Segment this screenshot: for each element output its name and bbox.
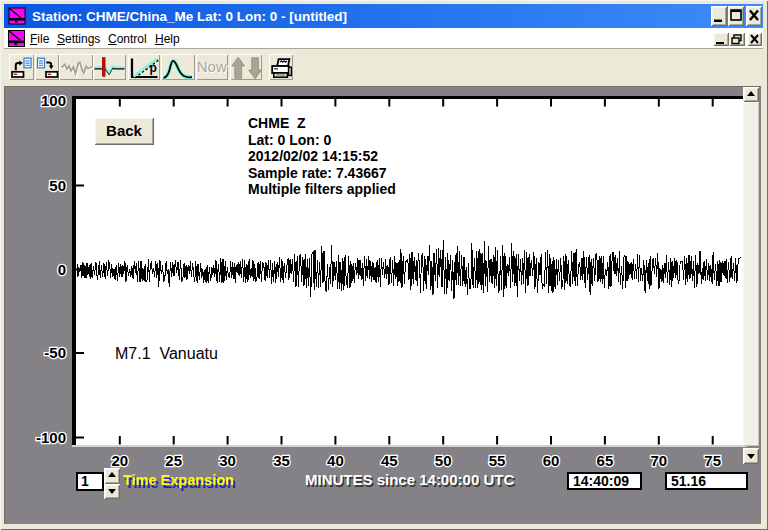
svg-text:75: 75 — [704, 452, 721, 469]
svg-text:70: 70 — [650, 452, 667, 469]
svg-text:50: 50 — [49, 177, 66, 194]
svg-text:30: 30 — [219, 452, 236, 469]
svg-text:p: p — [150, 61, 157, 75]
svg-text:-100: -100 — [36, 429, 66, 446]
svg-text:40: 40 — [327, 452, 344, 469]
svg-text:20: 20 — [111, 452, 128, 469]
svg-text:65: 65 — [597, 452, 614, 469]
svg-text:100: 100 — [41, 92, 66, 109]
svg-text:35: 35 — [273, 452, 290, 469]
svg-text:60: 60 — [543, 452, 560, 469]
svg-text:0: 0 — [58, 261, 66, 278]
svg-text:50: 50 — [435, 452, 452, 469]
svg-text:55: 55 — [489, 452, 506, 469]
svg-text:45: 45 — [381, 452, 398, 469]
svg-text:-50: -50 — [44, 344, 66, 361]
svg-text:25: 25 — [165, 452, 182, 469]
